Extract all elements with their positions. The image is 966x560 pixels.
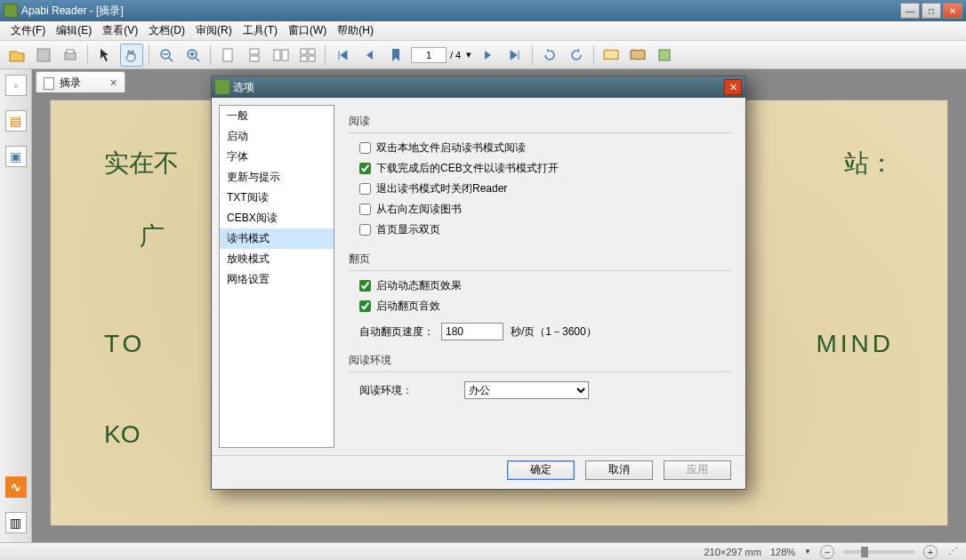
menu-view[interactable]: 查看(V) <box>97 21 143 40</box>
chk-sound-box[interactable] <box>359 300 371 312</box>
group-pageturn-label: 翻页 <box>349 252 731 267</box>
bookmark-icon[interactable] <box>384 44 407 67</box>
chk-ceb-open-box[interactable] <box>359 163 371 174</box>
book-mode-icon[interactable] <box>600 44 623 67</box>
ok-button[interactable]: 确定 <box>507 460 575 480</box>
chk-ceb-open[interactable]: 下载完成后的CEB文件以读书模式打开 <box>359 161 731 176</box>
close-button[interactable]: ✕ <box>943 3 962 19</box>
first-page-icon[interactable] <box>331 44 354 67</box>
dialog-title-text: 选项 <box>233 80 254 95</box>
sidebar-layout-icon[interactable]: ▥ <box>5 512 27 533</box>
cancel-button[interactable]: 取消 <box>585 460 653 480</box>
auto-speed-label: 自动翻页速度： <box>359 324 434 340</box>
toolbar: / 4 ▾ <box>0 41 966 69</box>
zoom-dropdown-icon[interactable]: ▼ <box>804 548 811 556</box>
svg-rect-14 <box>282 50 288 60</box>
sidebar-rss-icon[interactable]: ∿ <box>5 476 27 498</box>
svg-rect-18 <box>309 56 315 61</box>
menu-help[interactable]: 帮助(H) <box>332 21 379 40</box>
svg-rect-16 <box>309 49 315 54</box>
sidebar-bookmark-icon[interactable]: ▣ <box>5 146 27 167</box>
zoom-label: 128% <box>770 547 795 557</box>
settings-panel: 阅读 双击本地文件启动读书模式阅读 下载完成后的CEB文件以读书模式打开 退出读… <box>342 105 738 448</box>
dialog-buttons: 确定 取消 应用 <box>212 455 745 484</box>
menu-edit[interactable]: 编辑(E) <box>51 21 97 40</box>
chk-first-double[interactable]: 首页显示双页 <box>359 222 731 237</box>
sidebar-thumbnail-icon[interactable]: ▤ <box>5 110 27 132</box>
tab-close-icon[interactable]: ✕ <box>109 77 117 89</box>
menubar: 文件(F) 编辑(E) 查看(V) 文档(D) 审阅(R) 工具(T) 窗口(W… <box>0 21 966 41</box>
zoom-out-icon[interactable] <box>155 44 178 67</box>
minimize-button[interactable]: — <box>900 3 920 19</box>
rotate-right-icon[interactable] <box>565 44 588 67</box>
cat-txt[interactable]: TXT阅读 <box>220 188 334 208</box>
cat-font[interactable]: 字体 <box>220 147 334 167</box>
window-titlebar: Apabi Reader - [摘录] — □ ✕ <box>0 0 966 21</box>
print-icon[interactable] <box>59 44 82 67</box>
env-select[interactable]: 办公 <box>464 381 589 399</box>
svg-rect-0 <box>37 49 50 61</box>
svg-line-9 <box>196 58 199 61</box>
zoom-out-button[interactable]: − <box>820 545 834 559</box>
maximize-button[interactable]: □ <box>922 3 941 19</box>
cat-update[interactable]: 更新与提示 <box>220 167 334 188</box>
dialog-close-button[interactable]: ✕ <box>724 79 742 95</box>
app-icon <box>4 4 18 18</box>
chk-close-reader[interactable]: 退出读书模式时关闭Reader <box>359 181 731 196</box>
cat-general[interactable]: 一般 <box>220 106 334 126</box>
left-sidebar: ▫ ▤ ▣ ∿ ▥ <box>0 69 32 542</box>
env-label: 阅读环境： <box>359 383 457 398</box>
chk-first-double-box[interactable] <box>359 224 371 236</box>
chk-sound[interactable]: 启动翻页音效 <box>359 299 731 314</box>
auto-speed-input[interactable] <box>441 323 503 340</box>
cat-reading-mode[interactable]: 读书模式 <box>220 228 334 249</box>
rotate-left-icon[interactable] <box>538 44 561 67</box>
pointer-icon[interactable] <box>93 44 117 67</box>
chk-anim-box[interactable] <box>359 280 371 292</box>
book-read-icon[interactable] <box>626 44 649 67</box>
save-icon[interactable] <box>32 44 55 67</box>
zoom-slider[interactable] <box>843 550 914 554</box>
zoom-in-button[interactable]: + <box>923 545 938 559</box>
menu-tools[interactable]: 工具(T) <box>237 21 283 40</box>
dropdown-icon[interactable]: ▾ <box>464 44 473 67</box>
hand-icon[interactable] <box>120 44 143 67</box>
cat-startup[interactable]: 启动 <box>220 126 334 147</box>
facing-page-icon[interactable] <box>270 44 293 67</box>
menu-file[interactable]: 文件(F) <box>5 21 51 40</box>
cat-presentation[interactable]: 放映模式 <box>220 249 334 269</box>
dialog-titlebar: 选项 ✕ <box>212 76 745 98</box>
chk-rtl[interactable]: 从右向左阅读图书 <box>359 202 731 217</box>
document-tab[interactable]: 摘录 ✕ <box>36 71 125 92</box>
last-page-icon[interactable] <box>503 44 527 67</box>
apply-button[interactable]: 应用 <box>664 460 731 480</box>
sidebar-page-icon[interactable]: ▫ <box>5 75 27 96</box>
menu-document[interactable]: 文档(D) <box>143 21 190 40</box>
chk-double-click[interactable]: 双击本地文件启动读书模式阅读 <box>359 140 731 156</box>
chk-anim[interactable]: 启动动态翻页效果 <box>359 278 731 293</box>
svg-rect-15 <box>301 49 307 54</box>
doc-icon <box>44 77 54 90</box>
resize-grip-icon: ⋰ <box>946 546 959 557</box>
continuous-page-icon[interactable] <box>243 44 266 67</box>
svg-rect-17 <box>301 56 307 61</box>
chk-rtl-box[interactable] <box>359 204 371 215</box>
chk-double-click-box[interactable] <box>359 142 371 154</box>
single-page-icon[interactable] <box>216 44 239 67</box>
chk-close-reader-box[interactable] <box>359 183 371 195</box>
continuous-facing-icon[interactable] <box>296 44 319 67</box>
page-number-input[interactable] <box>411 47 447 63</box>
category-list: 一般 启动 字体 更新与提示 TXT阅读 CEBX阅读 读书模式 放映模式 网络… <box>219 105 334 448</box>
cat-cebx[interactable]: CEBX阅读 <box>220 208 334 228</box>
options-dialog: 选项 ✕ 一般 启动 字体 更新与提示 TXT阅读 CEBX阅读 读书模式 放映… <box>211 76 746 490</box>
svg-rect-13 <box>274 50 280 60</box>
menu-window[interactable]: 窗口(W) <box>283 21 332 40</box>
zoom-in-icon[interactable] <box>181 44 205 67</box>
open-icon[interactable] <box>5 44 28 67</box>
next-page-icon[interactable] <box>477 44 500 67</box>
svg-rect-2 <box>67 50 74 53</box>
prev-page-icon[interactable] <box>358 44 381 67</box>
menu-review[interactable]: 审阅(R) <box>190 21 237 40</box>
cat-network[interactable]: 网络设置 <box>220 269 334 290</box>
settings-icon[interactable] <box>653 44 676 67</box>
